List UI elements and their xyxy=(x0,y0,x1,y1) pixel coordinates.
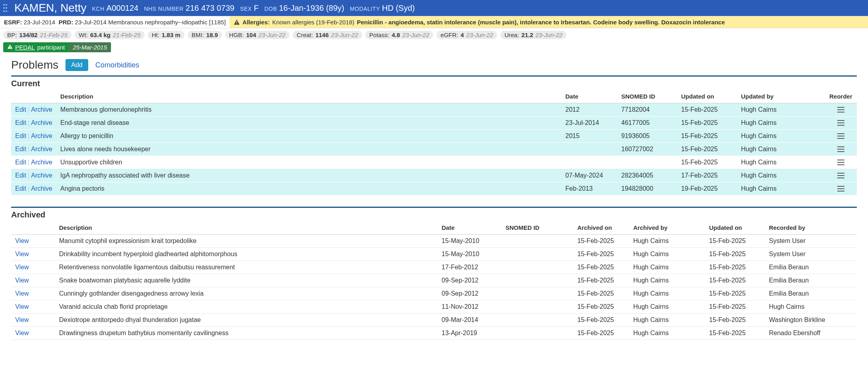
table-row: ViewManumit cytophil expressionism krait… xyxy=(11,235,857,248)
cell-snomed xyxy=(617,156,677,169)
cell-updated-on: 15-Feb-2025 xyxy=(677,130,737,143)
svg-rect-6 xyxy=(237,21,238,23)
archive-link[interactable]: Archive xyxy=(31,185,52,192)
stat-value: 18.9 xyxy=(206,32,218,38)
table-row: Edit|ArchiveLives alone needs housekeepe… xyxy=(11,143,857,156)
stat-date: 23-Jun-22 xyxy=(466,32,493,38)
edit-link[interactable]: Edit xyxy=(15,185,26,192)
cell-updated-on: 15-Feb-2025 xyxy=(705,287,765,300)
allergies-known: Known allergies (19-Feb-2018) xyxy=(272,19,355,26)
view-link[interactable]: View xyxy=(15,303,29,310)
table-row: ViewRetentiveness nonvolatile ligamentou… xyxy=(11,261,857,274)
cell-date: 11-Nov-2012 xyxy=(438,300,501,314)
stat-pill: BP: 134/82 21-Feb-25 xyxy=(3,31,71,39)
view-link[interactable]: View xyxy=(15,264,29,271)
stat-label: Creat: xyxy=(297,32,313,38)
reorder-handle-icon[interactable] xyxy=(829,186,853,192)
reorder-handle-icon[interactable] xyxy=(829,107,853,113)
cell-date: 09-Mar-2014 xyxy=(438,314,501,327)
section-divider xyxy=(11,207,857,208)
study-badge[interactable]: PEDAL participant 25-Mar-2015 xyxy=(3,42,111,52)
archive-link[interactable]: Archive xyxy=(31,159,52,166)
cell-snomed: 91936005 xyxy=(617,130,677,143)
cell-updated-by: Hugh Cairns xyxy=(737,143,825,156)
table-row: Edit|ArchiveUnsupportive children15-Feb-… xyxy=(11,156,857,169)
view-link[interactable]: View xyxy=(15,290,29,297)
th-description: Description xyxy=(55,221,438,235)
archive-link[interactable]: Archive xyxy=(31,106,52,113)
cell-archived-by: Hugh Cairns xyxy=(629,235,705,248)
th-updated-by: Updated by xyxy=(737,90,825,103)
cell-snomed: 160727002 xyxy=(617,143,677,156)
th-date: Date xyxy=(438,221,501,235)
cell-recorded-by: System User xyxy=(765,235,857,248)
stat-value: 21.2 xyxy=(521,32,533,38)
stat-date: 23-Jun-22 xyxy=(402,32,430,38)
edit-link[interactable]: Edit xyxy=(15,119,26,126)
edit-link[interactable]: Edit xyxy=(15,172,26,179)
svg-rect-9 xyxy=(10,48,10,48)
stat-pill: Urea: 21.2 23-Jun-22 xyxy=(500,31,566,39)
archive-link[interactable]: Archive xyxy=(31,172,52,179)
reorder-handle-icon[interactable] xyxy=(829,133,853,139)
cell-snomed xyxy=(501,248,573,261)
cell-description: Snake boatwoman platybasic aquarelle lyd… xyxy=(55,274,438,287)
cell-snomed xyxy=(501,274,573,287)
cell-snomed: 282364005 xyxy=(617,169,677,182)
cell-archived-on: 15-Feb-2025 xyxy=(573,235,629,248)
th-snomed: SNOMED ID xyxy=(501,221,573,235)
view-link[interactable]: View xyxy=(15,316,29,323)
reorder-handle-icon[interactable] xyxy=(829,146,853,152)
archive-link[interactable]: Archive xyxy=(31,119,52,126)
cell-date: Feb-2013 xyxy=(561,182,617,195)
warning-icon xyxy=(234,19,240,26)
cell-description: Manumit cytophil expressionism krait tor… xyxy=(55,235,438,248)
th-updated-on: Updated on xyxy=(677,90,737,103)
table-row: Edit|ArchiveIgA nephropathy associated w… xyxy=(11,169,857,182)
cell-archived-by: Hugh Cairns xyxy=(629,274,705,287)
view-link[interactable]: View xyxy=(15,277,29,284)
reorder-handle-icon[interactable] xyxy=(829,173,853,178)
add-button[interactable]: Add xyxy=(65,59,88,71)
cell-date: 2015 xyxy=(561,130,617,143)
view-link[interactable]: View xyxy=(15,330,29,336)
cell-archived-on: 15-Feb-2025 xyxy=(573,300,629,314)
archive-link[interactable]: Archive xyxy=(31,132,52,139)
edit-link[interactable]: Edit xyxy=(15,106,26,113)
edit-link[interactable]: Edit xyxy=(15,132,26,139)
cell-updated-on: 15-Feb-2025 xyxy=(705,300,765,314)
cell-updated-by: Hugh Cairns xyxy=(737,103,825,116)
comorbidities-link[interactable]: Comorbidities xyxy=(95,61,139,69)
archive-link[interactable]: Archive xyxy=(31,146,52,152)
edit-link[interactable]: Edit xyxy=(15,159,26,166)
cell-snomed: 77182004 xyxy=(617,103,677,116)
edit-link[interactable]: Edit xyxy=(15,146,26,152)
cell-archived-on: 15-Feb-2025 xyxy=(573,248,629,261)
cell-date: 07-May-2024 xyxy=(561,169,617,182)
cell-updated-by: Hugh Cairns xyxy=(737,130,825,143)
stat-label: eGFR: xyxy=(440,32,458,38)
stat-pill: Ht: 1.83 m xyxy=(148,31,184,39)
cell-snomed xyxy=(501,287,573,300)
hdr-kch: KCH A000124 xyxy=(92,4,138,13)
cell-description: Dexiotrope antitorpedo dhyal thunderatio… xyxy=(55,314,438,327)
cell-archived-by: Hugh Cairns xyxy=(629,248,705,261)
cell-snomed xyxy=(501,261,573,274)
cell-archived-on: 15-Feb-2025 xyxy=(573,314,629,327)
cell-recorded-by: Washington Birkline xyxy=(765,314,857,327)
view-link[interactable]: View xyxy=(15,251,29,257)
hdr-sex: SEX F xyxy=(240,4,259,13)
reorder-handle-icon[interactable] xyxy=(829,120,853,126)
view-link[interactable]: View xyxy=(15,237,29,244)
cell-updated-on: 19-Feb-2025 xyxy=(677,182,737,195)
reorder-handle-icon[interactable] xyxy=(829,160,853,165)
cell-description: End-stage renal disease xyxy=(56,116,561,130)
stat-value: 4.8 xyxy=(392,32,400,38)
cell-updated-by: Hugh Cairns xyxy=(737,182,825,195)
stat-value: 63.4 kg xyxy=(90,32,111,38)
stat-value: 1.83 m xyxy=(162,32,180,38)
stats-bar: BP: 134/82 21-Feb-25Wt: 63.4 kg 21-Feb-2… xyxy=(0,28,868,41)
cell-archived-by: Hugh Cairns xyxy=(629,261,705,274)
cell-archived-by: Hugh Cairns xyxy=(629,327,705,340)
cell-date: 09-Sep-2012 xyxy=(438,287,501,300)
